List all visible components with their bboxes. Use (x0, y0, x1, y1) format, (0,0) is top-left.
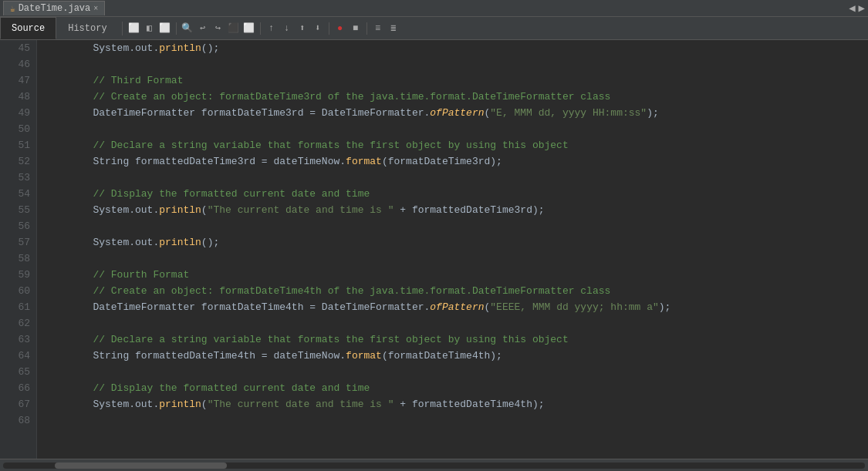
toolbar-btn-stop[interactable]: ■ (349, 22, 363, 35)
toolbar-btn-1[interactable]: ⬜ (127, 22, 141, 35)
toolbar-btn-13[interactable]: ≡ (371, 22, 385, 35)
line-number: 48 (6, 89, 30, 105)
code-line (45, 412, 868, 429)
code-line: DateTimeFormatter formatDateTime3rd = Da… (45, 105, 868, 121)
horizontal-scrollbar[interactable] (3, 463, 865, 469)
code-line: System.out.println(); (45, 234, 868, 251)
toolbar-btn-8[interactable]: ⬜ (242, 22, 256, 35)
toolbar-btn-red[interactable]: ● (333, 22, 347, 35)
line-number: 59 (6, 267, 30, 283)
code-line (45, 218, 868, 234)
line-number: 57 (6, 234, 30, 251)
file-tab[interactable]: ☕ DateTime.java × (3, 1, 105, 15)
code-line: // Fourth Format (45, 267, 868, 283)
toolbar-separator-4 (366, 22, 367, 35)
code-line: // Display the formatted current date an… (45, 186, 868, 202)
close-tab-button[interactable]: × (93, 5, 98, 13)
code-line: // Create an object: formatDateTime4th o… (45, 283, 868, 299)
line-number: 54 (6, 186, 30, 202)
code-line (45, 121, 868, 137)
code-line: // Create an object: formatDateTime3rd o… (45, 89, 868, 105)
line-number: 46 (6, 56, 30, 72)
line-number: 63 (6, 331, 30, 348)
line-number: 50 (6, 121, 30, 137)
line-number: 45 (6, 40, 30, 56)
toolbar-btn-6[interactable]: ↪ (211, 22, 225, 35)
toolbar: ⬜ ◧ ⬜ 🔍 ↩ ↪ ⬛ ⬜ ↑ ↓ ⬆ ⬇ ● ■ ≡ ≣ (122, 22, 405, 35)
line-number: 67 (6, 396, 30, 412)
code-line (45, 56, 868, 72)
code-line (45, 364, 868, 380)
line-number: 56 (6, 218, 30, 234)
code-line: String formattedDateTime3rd = dateTimeNo… (45, 153, 868, 170)
toolbar-btn-4[interactable]: 🔍 (181, 22, 194, 35)
line-number: 52 (6, 153, 30, 170)
code-line: DateTimeFormatter formatDateTime4th = Da… (45, 299, 868, 315)
line-numbers: 4546474849505152535455565758596061626364… (0, 40, 37, 459)
code-line (45, 315, 868, 331)
line-number: 62 (6, 315, 30, 331)
line-number: 64 (6, 348, 30, 364)
code-line: // Third Format (45, 72, 868, 89)
toolbar-btn-14[interactable]: ≣ (387, 22, 400, 35)
code-line: // Display the formatted current date an… (45, 380, 868, 396)
nav-right-icon[interactable]: ▶ (859, 2, 865, 15)
toolbar-btn-5[interactable]: ↩ (196, 22, 210, 35)
title-bar: ☕ DateTime.java × ◀ ▶ (0, 0, 868, 17)
nav-left-icon[interactable]: ◀ (849, 2, 855, 15)
toolbar-btn-9[interactable]: ↑ (265, 22, 279, 35)
line-number: 47 (6, 72, 30, 89)
scrollbar-area[interactable] (0, 459, 868, 471)
code-line (45, 170, 868, 186)
file-tab-name: DateTime.java (19, 3, 91, 14)
toolbar-btn-3[interactable]: ⬜ (158, 22, 172, 35)
line-number: 60 (6, 283, 30, 299)
toolbar-separator-2 (260, 22, 261, 35)
toolbar-btn-7[interactable]: ⬛ (227, 22, 241, 35)
toolbar-separator-3 (329, 22, 329, 35)
code-content[interactable]: System.out.println(); // Third Format //… (37, 40, 868, 459)
line-number: 49 (6, 105, 30, 121)
code-line (45, 251, 868, 267)
scrollbar-thumb[interactable] (55, 463, 227, 469)
tab-history[interactable]: History (56, 17, 118, 39)
toolbar-btn-12[interactable]: ⬇ (311, 22, 325, 35)
code-line: String formattedDateTime4th = dateTimeNo… (45, 348, 868, 364)
code-line: System.out.println(); (45, 40, 868, 56)
java-file-icon: ☕ (10, 4, 15, 14)
line-number: 55 (6, 202, 30, 218)
code-line: System.out.println("The current date and… (45, 396, 868, 412)
tab-bar: Source History ⬜ ◧ ⬜ 🔍 ↩ ↪ ⬛ ⬜ ↑ ↓ ⬆ ⬇ ●… (0, 17, 868, 40)
toolbar-btn-2[interactable]: ◧ (143, 22, 157, 35)
tab-source[interactable]: Source (0, 17, 56, 39)
code-line: // Declare a string variable that format… (45, 137, 868, 153)
toolbar-separator-1 (176, 22, 177, 35)
line-number: 65 (6, 364, 30, 380)
line-number: 51 (6, 137, 30, 153)
code-line: System.out.println("The current date and… (45, 202, 868, 218)
code-line: // Declare a string variable that format… (45, 331, 868, 348)
line-number: 68 (6, 412, 30, 429)
line-number: 53 (6, 170, 30, 186)
toolbar-btn-10[interactable]: ↓ (280, 22, 294, 35)
toolbar-btn-11[interactable]: ⬆ (296, 22, 309, 35)
code-area: 4546474849505152535455565758596061626364… (0, 40, 868, 459)
line-number: 66 (6, 380, 30, 396)
line-number: 58 (6, 251, 30, 267)
title-nav: ◀ ▶ (849, 2, 865, 15)
line-number: 61 (6, 299, 30, 315)
